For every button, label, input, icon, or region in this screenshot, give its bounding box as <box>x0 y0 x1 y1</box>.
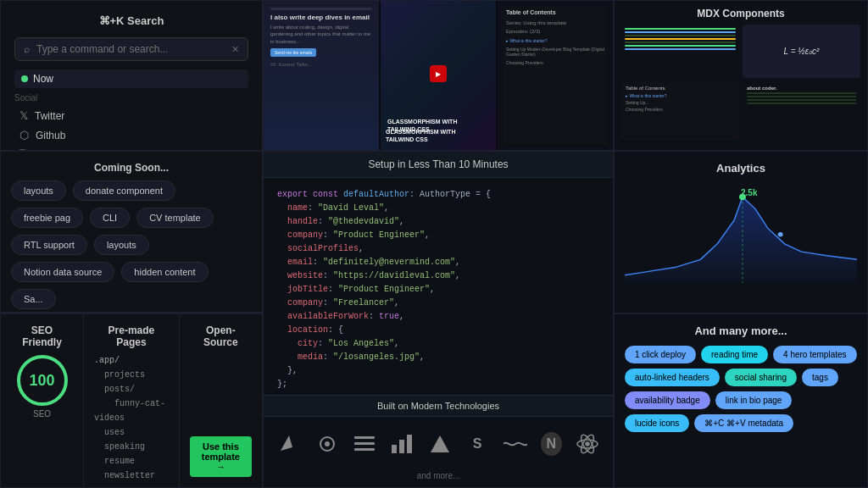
svg-rect-5 <box>392 445 397 453</box>
tag-cli[interactable]: CLI <box>90 208 130 228</box>
tag-link-bio[interactable]: link in bio page <box>715 391 793 409</box>
tag-layouts2[interactable]: layouts <box>94 235 149 255</box>
code-line-5 <box>625 42 736 43</box>
coming-tags: layouts donate component freebie pag CLI… <box>11 180 252 309</box>
svg-rect-6 <box>399 440 404 453</box>
preview-panel: I also write deep dives in email I write… <box>263 0 614 151</box>
cb-2 <box>747 96 856 97</box>
code-line-4 <box>625 38 736 40</box>
mdx-code-card <box>621 25 739 78</box>
svg-point-12 <box>586 442 589 446</box>
tag-availability[interactable]: availability badge <box>625 391 710 409</box>
github-item[interactable]: ⬡ Github <box>14 125 248 145</box>
toc-content: Table of Contents Series: Using this tem… <box>503 6 608 145</box>
tech-icons-row: S N <box>264 417 613 471</box>
svg-rect-7 <box>407 435 412 453</box>
tag-tags[interactable]: tags <box>802 369 838 386</box>
svg-point-15 <box>778 232 783 237</box>
tree-now: now <box>94 483 169 488</box>
cb-1 <box>747 92 856 94</box>
opensource-title: Open-Source <box>190 324 252 348</box>
mdx-math-card: L = ½ε₀c² <box>743 25 860 78</box>
svg-rect-2 <box>354 436 375 439</box>
tree-projects: projects <box>94 368 169 382</box>
twitter-item[interactable]: 𝕏 Twitter <box>14 106 248 125</box>
tag-social-sharing[interactable]: social sharing <box>725 369 797 386</box>
tag-rtl[interactable]: RTL support <box>11 235 87 255</box>
email-cta[interactable]: Send me the emails <box>270 48 316 57</box>
code-header: Setup in Less Than 10 Minutes <box>264 152 613 178</box>
mdx-title: MDX Components <box>621 8 860 19</box>
built-title: Built on Modern Technologies <box>264 395 613 417</box>
code-line-3 <box>625 35 736 36</box>
glass-preview-card: ▶ GLASSMORPHISM WITHTAILWIND CSS <box>381 1 496 150</box>
coming-soon-title: Coming Soon... <box>11 162 252 174</box>
toc-active-item: ▸ What is this starter? <box>506 38 604 43</box>
search-input[interactable] <box>36 43 225 55</box>
code-line-2 <box>625 31 736 33</box>
tree-speaking: speaking <box>94 440 169 454</box>
chart-icon <box>390 430 414 458</box>
code-line-1 <box>625 28 736 30</box>
tag-freebie[interactable]: freebie pag <box>11 208 83 228</box>
more-panel: And many more... 1 click deploy reading … <box>614 313 868 488</box>
toc-preview-card: Table of Contents Series: Using this tem… <box>498 1 613 150</box>
tag-hero[interactable]: 4 hero templates <box>773 346 857 363</box>
tag-notion[interactable]: Notion data source <box>11 262 114 282</box>
email-content: I also write deep dives in email I write… <box>264 1 379 150</box>
lines-icon <box>353 430 376 458</box>
about-title: about coder. <box>747 86 856 91</box>
search-box[interactable]: ⌕ ✕ <box>14 37 248 61</box>
email-bar <box>270 8 372 10</box>
contentlayer-icon <box>314 430 338 458</box>
tag-autolinked[interactable]: auto-linked headers <box>625 369 720 386</box>
opensource-section: Open-Source Use this template → <box>180 314 262 487</box>
tag-reading-time[interactable]: reading time <box>701 346 768 363</box>
play-icon[interactable]: ▶ <box>430 65 447 82</box>
tag-layouts[interactable]: layouts <box>11 180 66 201</box>
tag-1click[interactable]: 1 click deploy <box>625 346 696 363</box>
svg-rect-3 <box>354 442 375 445</box>
twitter-label: Twitter <box>35 110 64 122</box>
github-label: Github <box>36 130 65 141</box>
tag-cv[interactable]: CV template <box>136 208 214 228</box>
search-panel: ⌘+K Search ⌕ ✕ Now Social 𝕏 Twitter ⬡ Gi… <box>0 0 263 151</box>
cb-3 <box>747 99 856 101</box>
toc-mini-title: Table of Contents <box>626 86 735 91</box>
twitter-icon: 𝕏 <box>19 109 28 122</box>
tag-lucide[interactable]: lucide icons <box>625 414 689 432</box>
toc-episodes: Episodes: (2/3) <box>506 29 604 34</box>
premade-section: Pre-made Pages .app/ projects posts/ fun… <box>84 314 180 487</box>
close-icon[interactable]: ✕ <box>231 44 239 55</box>
tag-sa[interactable]: Sa... <box>11 289 56 309</box>
seo-score: 100 <box>30 373 55 388</box>
email-text: I write about coding, design, digital ga… <box>270 24 372 45</box>
toc-visual: Table of Contents ▸ What is this starter… <box>621 81 739 141</box>
more-tags-container: 1 click deploy reading time 4 hero templ… <box>625 346 857 432</box>
mdx-about-card: about coder. <box>743 81 860 141</box>
toc-item-1: Series: Using this template <box>506 20 604 25</box>
tree-posts: posts/ <box>94 382 169 396</box>
code-panel: Setup in Less Than 10 Minutes export con… <box>263 151 614 488</box>
now-item[interactable]: Now <box>14 69 248 88</box>
setup-title: Setup in Less Than 10 Minutes <box>368 158 508 170</box>
opensource-spacer <box>190 355 252 433</box>
file-tree: .app/ projects posts/ funny-cat-videos u… <box>94 353 169 488</box>
tag-donate[interactable]: donate component <box>73 180 175 201</box>
toc-mini-3: Choosing Providers <box>626 107 735 112</box>
code-line-7 <box>625 48 736 50</box>
use-template-button[interactable]: Use this template → <box>190 436 252 477</box>
seo-label: SEO <box>33 409 51 419</box>
tag-metadata[interactable]: ⌘+C ⌘+V metadata <box>694 414 793 432</box>
svg-marker-8 <box>431 435 449 452</box>
toc-heading: Table of Contents <box>506 9 604 15</box>
analytics-peak-label: 2.5k <box>741 188 757 197</box>
analytics-chart: 2.5k <box>625 181 857 300</box>
tag-hidden[interactable]: hidden content <box>121 262 208 282</box>
prisma-icon <box>277 430 301 458</box>
theme-label: Theme <box>14 145 248 151</box>
code-line-6 <box>625 45 736 47</box>
email-preview-card: I also write deep dives in email I write… <box>264 1 379 150</box>
about-visual: about coder. <box>743 81 860 141</box>
next-icon: N <box>541 432 562 456</box>
